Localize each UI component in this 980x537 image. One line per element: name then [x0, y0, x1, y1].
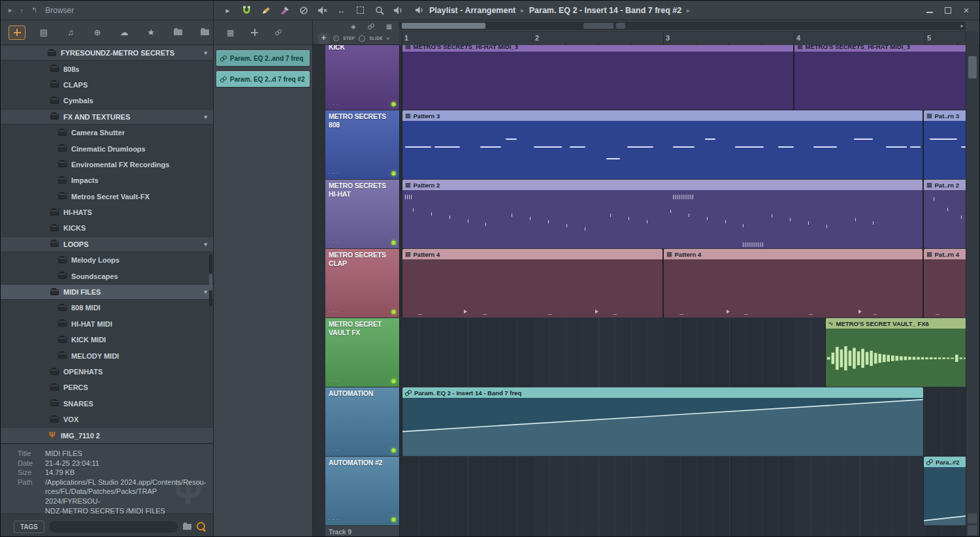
track-led[interactable]	[391, 517, 396, 522]
scroll-thumb[interactable]	[209, 274, 212, 291]
playback-tool-icon[interactable]	[392, 4, 404, 16]
track-header[interactable]: METRO SECRET VAULT FX· · ·	[325, 318, 399, 387]
track-lane[interactable]	[399, 526, 966, 536]
delete-tool-icon[interactable]	[297, 4, 310, 16]
track-lane[interactable]: ▤METRO'S SECRETS_HI-HAT MIDI_3▤METRO'S S…	[399, 45, 966, 110]
zoom-tool-icon[interactable]	[373, 4, 385, 16]
tree-item[interactable]: Melody Loops	[1, 252, 213, 268]
select-tool-icon[interactable]	[354, 4, 367, 16]
snap-magnet-icon[interactable]	[240, 4, 253, 16]
zoom-out-button[interactable]	[968, 513, 977, 523]
slip-tool-icon[interactable]: ↔	[335, 4, 348, 16]
track-header[interactable]: KICK· · ·	[325, 45, 399, 110]
track-led[interactable]	[391, 448, 396, 453]
midi-clip[interactable]: ▤Pattern 4	[402, 249, 662, 317]
step-slide-toggle[interactable]	[359, 35, 365, 42]
tree-item[interactable]: MIDI FILES▾	[1, 284, 213, 300]
tree-item[interactable]: HI-HAT MIDI	[1, 316, 213, 332]
track-menu-dots[interactable]: · · ·	[329, 378, 339, 386]
track-header[interactable]: METRO SECRETS 808· · ·	[325, 110, 399, 179]
tree-item[interactable]: HI-HATS	[1, 204, 213, 220]
cloud-icon[interactable]: ☁	[116, 25, 133, 40]
link-icon[interactable]	[368, 24, 374, 29]
track-led[interactable]	[391, 171, 396, 176]
track-menu-dots[interactable]: · · ·	[329, 447, 339, 455]
track-menu-dots[interactable]: · · ·	[329, 308, 339, 317]
browser-scrollbar[interactable]	[209, 254, 212, 306]
folder-icon[interactable]	[183, 524, 191, 530]
draw-pencil-icon[interactable]	[259, 4, 272, 16]
move-icon[interactable]	[8, 25, 25, 40]
track-led[interactable]	[391, 379, 396, 383]
automation-clip[interactable]: Para..#2	[924, 457, 966, 525]
track-menu-dots[interactable]: · · ·	[329, 101, 339, 109]
browser-back-icon[interactable]: ↰	[31, 6, 37, 14]
track-lane[interactable]: ▤Pattern 4▤Pattern 4▤Pat..rn 4	[399, 249, 966, 317]
browser-up-icon[interactable]: ↑	[20, 7, 24, 14]
slider-icon[interactable]: ◈	[351, 23, 356, 30]
track-menu-dots[interactable]: · · ·	[329, 239, 339, 248]
midi-clip[interactable]: ▤Pattern 3	[402, 110, 923, 179]
grid-view-icon[interactable]: ▦	[227, 28, 234, 37]
pack-icon[interactable]	[169, 25, 186, 40]
midi-clip[interactable]: ▤Pat..rn 3	[924, 110, 966, 179]
tree-item[interactable]: VOX	[1, 412, 213, 427]
tree-item[interactable]: FX AND TEXTURES▾	[1, 109, 213, 125]
tree-item[interactable]: 808s	[1, 61, 213, 76]
mute-tool-icon[interactable]	[316, 4, 329, 16]
tree-item[interactable]: OPENHATS	[1, 364, 213, 380]
timeline[interactable]: 12345	[399, 31, 966, 45]
track-header[interactable]: METRO SECRETS CLAP· · ·	[325, 249, 399, 317]
track-led[interactable]	[391, 102, 396, 106]
files-icon[interactable]: ▤	[35, 25, 52, 40]
browser-menu-icon[interactable]: ▸	[8, 6, 12, 14]
playlist-vscrollbar[interactable]	[966, 31, 979, 536]
track-header[interactable]: Track 9	[325, 526, 399, 536]
tree-item[interactable]: Metros Secret Vault-FX	[1, 189, 213, 204]
paint-brush-icon[interactable]	[278, 4, 291, 16]
search-input[interactable]	[50, 521, 178, 532]
playlist-menu-icon[interactable]: ▸	[221, 4, 234, 16]
tree-item[interactable]: Camera Shutter	[1, 125, 213, 140]
grid-icon[interactable]: ▦	[386, 23, 392, 30]
track-led[interactable]	[391, 240, 396, 245]
track-lane[interactable]: ∿METRO'S SECRET VAULT_ FX6	[399, 318, 966, 387]
close-button[interactable]: ×	[962, 7, 970, 14]
playlist-hscrollbar[interactable]: ◂ ▸	[399, 22, 966, 30]
tags-button[interactable]: TAGS	[14, 521, 44, 533]
tree-item[interactable]: Impacts	[1, 172, 213, 188]
step-knob[interactable]	[333, 35, 339, 41]
automation-pattern-item[interactable]: Param. EQ 2..d 7 freq #2	[216, 71, 310, 87]
track-header[interactable]: METRO SECRETS HI-HAT· · ·	[325, 180, 399, 248]
scroll-right-button[interactable]: ▸	[958, 22, 966, 30]
tree-item[interactable]: 808 MIDI	[1, 300, 213, 316]
options-dot-icon[interactable]	[387, 37, 389, 40]
tree-item[interactable]: Cinematic Drumloops	[1, 140, 213, 156]
search-icon[interactable]	[197, 522, 206, 532]
track-led[interactable]	[391, 310, 396, 314]
tree-item[interactable]: CLAPS	[1, 77, 213, 93]
midi-clip[interactable]: ▤METRO'S SECRETS_HI-HAT MIDI_3	[794, 45, 966, 110]
minimize-button[interactable]	[926, 7, 934, 14]
tree-item[interactable]: ΨIMG_7110 2	[1, 427, 213, 443]
tree-item[interactable]: LOOPS▾	[1, 236, 213, 252]
track-lane[interactable]: Para..#2	[399, 457, 966, 525]
link-icon[interactable]	[275, 29, 282, 35]
tree-item[interactable]: MELODY MIDI	[1, 348, 213, 363]
maximize-button[interactable]	[944, 7, 952, 14]
add-track-button[interactable]: +	[318, 33, 329, 44]
online-icon[interactable]: ⊕	[89, 25, 106, 40]
pack-alt-icon[interactable]	[196, 25, 213, 40]
zoom-in-button[interactable]	[968, 525, 977, 535]
tree-item[interactable]: PERCS	[1, 380, 213, 395]
midi-clip[interactable]: ▤Pat..rn 4	[924, 249, 966, 317]
tools-icon[interactable]	[251, 29, 258, 36]
tree-item[interactable]: KICK MIDI	[1, 332, 213, 348]
scroll-thumb[interactable]	[968, 56, 977, 78]
tree-item[interactable]: Soundscapes	[1, 268, 213, 284]
tree-item[interactable]: FYRESOUNDZ-METRO SECRETS▾	[1, 45, 213, 61]
automation-pattern-item[interactable]: Param. EQ 2..and 7 freq	[216, 50, 310, 66]
track-menu-dots[interactable]: · · ·	[329, 170, 339, 178]
automation-clip[interactable]: Param. EQ 2 - Insert 14 - Band 7 freq	[402, 387, 923, 456]
audio-clip[interactable]: ∿METRO'S SECRET VAULT_ FX6	[826, 318, 966, 387]
